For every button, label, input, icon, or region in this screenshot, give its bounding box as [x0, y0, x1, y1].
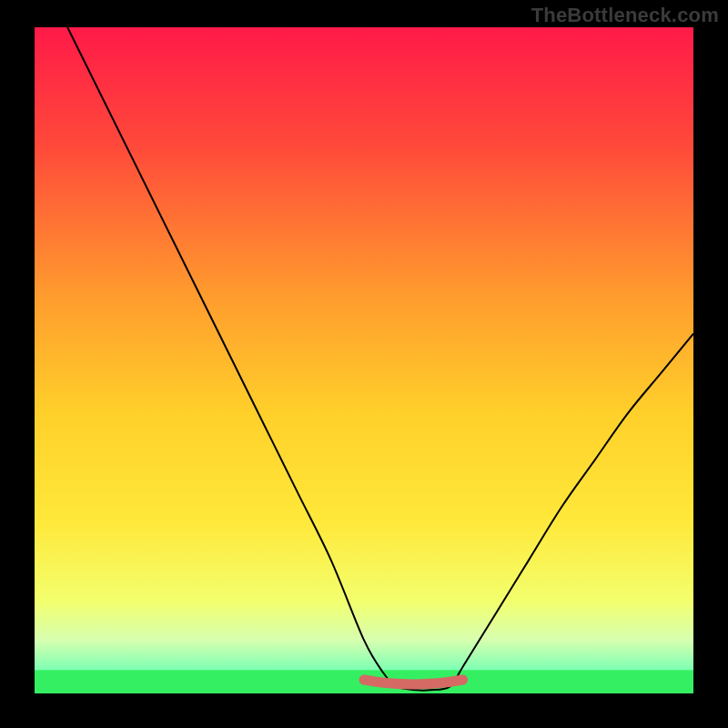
bottleneck-chart	[35, 27, 693, 693]
chart-frame: TheBottleneck.com	[0, 0, 728, 728]
plot-area	[35, 27, 693, 693]
optimal-range-marker	[364, 680, 463, 684]
gradient-background	[35, 27, 693, 693]
watermark-text: TheBottleneck.com	[531, 4, 719, 27]
